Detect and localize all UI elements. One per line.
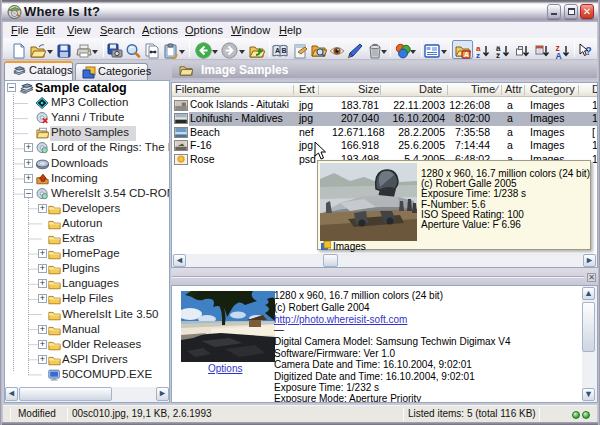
svg-text:A: A — [556, 51, 562, 60]
svg-text:A: A — [464, 51, 469, 58]
svg-text:?: ? — [585, 45, 592, 57]
svg-text:A: A — [275, 47, 280, 54]
svg-text:z: z — [476, 51, 480, 59]
svg-text:B: B — [282, 47, 287, 54]
svg-text:z̈: z̈ — [496, 51, 500, 59]
